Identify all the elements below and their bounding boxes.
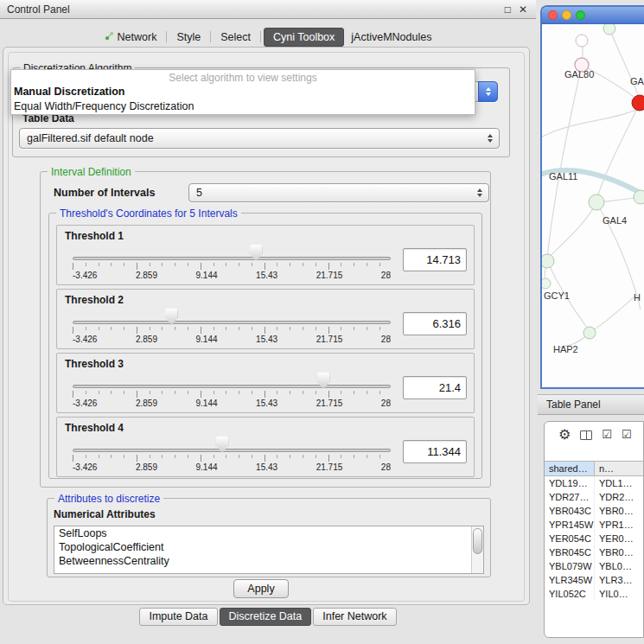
gear-icon[interactable]: ⚙ [558, 422, 571, 448]
slider-thumb[interactable] [317, 373, 330, 389]
threshold-slider[interactable]: -3.426 2.859 9.144 15.43 21.715 28 [73, 321, 391, 344]
list-item[interactable]: SelfLoops [54, 526, 483, 540]
threshold-panel: Threshold 2 -3.426 2.859 9.144 15.43 21.… [56, 289, 475, 349]
node-label[interactable]: GAL11 [549, 171, 577, 182]
threshold-label: Threshold 1 [65, 230, 124, 242]
control-panel-tab-bar: Network Style Select Cyni Toolbox jActiv… [0, 27, 536, 47]
threshold-slider[interactable]: -3.426 2.859 9.144 15.43 21.715 28 [73, 385, 391, 408]
network-node[interactable] [576, 35, 588, 47]
table-row[interactable]: YDR27… YDR2… [545, 490, 643, 504]
column-layout-icon[interactable] [580, 430, 592, 440]
popup-option-manual-discretization[interactable]: Manual Discretization [11, 85, 475, 99]
network-node-hap2[interactable] [583, 327, 596, 339]
threshold-value-input[interactable] [403, 376, 467, 399]
tab-select[interactable]: Select [214, 29, 258, 46]
tab-style[interactable]: Style [169, 29, 207, 46]
close-window-icon[interactable]: ✕ [519, 0, 527, 19]
scrollbar-thumb[interactable] [473, 528, 482, 554]
threshold-slider[interactable]: -3.426 2.859 9.144 15.43 21.715 28 [73, 449, 391, 472]
network-node-gcy1[interactable] [542, 278, 551, 289]
combo-arrows-icon [478, 81, 498, 102]
tab-separator [166, 31, 167, 42]
threshold-value-input[interactable] [403, 312, 467, 335]
column-header-shared-name[interactable]: shared… [545, 462, 595, 475]
node-label[interactable]: GAL4 [603, 215, 627, 226]
slider-track[interactable] [73, 449, 391, 452]
minimize-traffic-light-icon[interactable] [562, 10, 571, 20]
slider-track[interactable] [73, 321, 391, 324]
threshold-panel: Threshold 1 -3.426 2.859 9.144 15.43 21.… [56, 225, 475, 285]
slider-thumb[interactable] [165, 309, 178, 325]
list-item[interactable]: BetweennessCentrality [54, 554, 483, 568]
zoom-traffic-light-icon[interactable] [576, 10, 585, 20]
network-node-gal4[interactable] [589, 194, 604, 210]
table-row[interactable]: YBR045C YBR0… [545, 545, 643, 559]
table-row[interactable]: YIL052C YIL0… [545, 587, 643, 601]
slider-thumb[interactable] [250, 245, 263, 261]
attributes-list-box[interactable]: SelfLoops TopologicalCoefficient Between… [54, 526, 484, 574]
tab-cyni-toolbox[interactable]: Cyni Toolbox [264, 28, 344, 47]
tab-network[interactable]: Network [98, 29, 164, 46]
tab-impute-data[interactable]: Impute Data [139, 608, 217, 626]
node-label[interactable]: GA [630, 76, 644, 86]
slider-thumb[interactable] [216, 437, 229, 453]
node-label[interactable]: GCY1 [544, 290, 570, 301]
node-label[interactable]: HAP2 [553, 344, 578, 354]
threshold-value-input[interactable] [403, 440, 467, 463]
float-window-icon[interactable]: □ [505, 0, 511, 19]
thresholds-group: Threshold's Coordinates for 5 Intervals … [48, 213, 482, 479]
select-all-icon[interactable]: ☑ [602, 422, 612, 448]
list-scrollbar[interactable] [471, 526, 483, 573]
network-canvas[interactable]: GAL80GAGAL11GAL4GCY1HHAP2 [542, 24, 644, 387]
control-panel-titlebar[interactable]: Control Panel □ ✕ [0, 0, 536, 19]
list-item[interactable]: TopologicalCoefficient [54, 540, 483, 554]
apply-button[interactable]: Apply [233, 579, 289, 598]
number-of-intervals-label: Number of Intervals [54, 187, 155, 199]
table-panel-window: ⚙ ☑ ☑ shared… n… YDL19… YDL1… YDR27… YDR… [544, 421, 644, 638]
table-row[interactable]: YDL19… YDL1… [545, 476, 643, 490]
table-toolbar: ⚙ ☑ ☑ [545, 422, 643, 448]
tab-jactivemnodules[interactable]: jActiveMNodules [344, 29, 438, 46]
attributes-list: SelfLoops TopologicalCoefficient Between… [54, 526, 483, 568]
table-data-select[interactable]: galFiltered.sif default node [19, 128, 500, 149]
network-node[interactable] [542, 254, 554, 268]
network-node-selected[interactable] [632, 95, 644, 111]
threshold-slider[interactable]: -3.426 2.859 9.144 15.43 21.715 28 [73, 257, 391, 280]
network-window-titlebar[interactable] [542, 7, 644, 24]
slider-scale: -3.426 2.859 9.144 15.43 21.715 28 [73, 462, 391, 472]
screenshot-root: Control Panel □ ✕ Network Style Select C… [0, 0, 644, 644]
threshold-label: Threshold 3 [65, 358, 124, 370]
popup-option-equal-width-frequency[interactable]: Equal Width/Frequency Discretization [11, 99, 475, 114]
popup-placeholder: Select algorithm to view settings [11, 72, 475, 85]
threshold-row: -3.426 2.859 9.144 15.43 21.715 28 [73, 440, 467, 472]
node-label[interactable]: H [634, 292, 641, 303]
slider-scale: -3.426 2.859 9.144 15.43 21.715 28 [73, 335, 391, 344]
slider-track[interactable] [73, 257, 391, 260]
tab-discretize-data[interactable]: Discretize Data [220, 608, 312, 626]
network-node[interactable] [634, 190, 644, 204]
number-of-intervals-select[interactable]: 5 [188, 183, 489, 202]
table-rows: YDL19… YDL1… YDR27… YDR2… YBR043C YBR0… … [545, 476, 643, 601]
column-header-name[interactable]: n… [595, 462, 643, 475]
table-row[interactable]: YLR345W YLR3… [545, 573, 643, 587]
group-title: Attributes to discretize [54, 493, 163, 505]
table-row[interactable]: YBR043C YBR0… [545, 504, 643, 518]
network-view-window: GAL80GAGAL11GAL4GCY1HHAP2 [540, 5, 644, 389]
network-node[interactable] [603, 24, 615, 35]
slider-track[interactable] [73, 385, 391, 388]
table-row[interactable]: YER054C YER0… [545, 532, 643, 545]
bottom-tab-bar: Impute Data Discretize Data Infer Networ… [0, 608, 536, 626]
node-label[interactable]: GAL80 [564, 69, 594, 80]
threshold-row: -3.426 2.859 9.144 15.43 21.715 28 [73, 376, 467, 408]
slider-ticks [73, 327, 391, 334]
table-header-gap [545, 448, 643, 461]
table-row[interactable]: YBL079W YBL0… [545, 559, 643, 573]
tab-infer-network[interactable]: Infer Network [313, 608, 396, 626]
close-traffic-light-icon[interactable] [548, 10, 558, 20]
threshold-panel: Threshold 4 -3.426 2.859 9.144 15.43 21.… [56, 417, 475, 477]
slider-scale: -3.426 2.859 9.144 15.43 21.715 28 [73, 399, 391, 408]
table-panel-titlebar[interactable]: Table Panel [538, 394, 644, 415]
select-none-icon[interactable]: ☑ [622, 422, 632, 448]
table-row[interactable]: YPR145W YPR1… [545, 518, 643, 532]
threshold-value-input[interactable] [403, 248, 467, 271]
